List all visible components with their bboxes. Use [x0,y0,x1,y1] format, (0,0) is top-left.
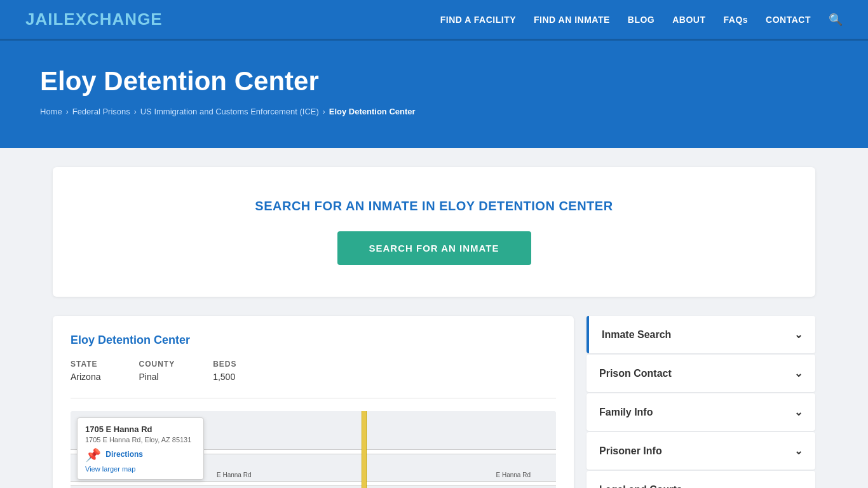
beds-info: BEDS 1,500 [213,360,236,383]
divider [71,398,556,398]
hero-section: Eloy Detention Center Home › Federal Pri… [0,41,868,148]
sidebar-item-prisoner-info[interactable]: Prisoner Info ⌄ [587,432,815,470]
logo: JAILEXCHANGE [25,10,163,29]
breadcrumb-sep-3: › [323,107,325,116]
page-title: Eloy Detention Center [40,66,828,97]
main-nav: FIND A FACILITY FIND AN INMATE BLOG ABOU… [440,13,843,27]
county-value: Pinal [139,372,158,382]
map-container: E Hanna Rd E Hanna Rd 87 1705 E Hanna Rd… [71,411,556,488]
directions-link[interactable]: Directions [105,450,143,459]
county-info: COUNTY Pinal [139,360,175,383]
nav-find-facility[interactable]: FIND A FACILITY [440,15,516,25]
search-inmate-button[interactable]: SEARCH FOR AN INMATE [337,231,531,265]
chevron-down-icon-family-info: ⌄ [794,406,803,418]
breadcrumb-current: Eloy Detention Center [329,107,416,116]
chevron-down-icon-legal-courts: ⌄ [794,484,803,488]
sidebar-label-family-info: Family Info [599,407,653,418]
sidebar-item-legal-courts-header[interactable]: Legal and Courts ⌄ [587,471,815,488]
facility-name: Eloy Detention Center [71,334,556,347]
sidebar-label-prison-contact: Prison Contact [599,368,672,379]
sidebar-item-family-info[interactable]: Family Info ⌄ [587,393,815,431]
breadcrumb-federal-prisons[interactable]: Federal Prisons [72,107,130,116]
breadcrumb-ice[interactable]: US Immigration and Customs Enforcement (… [140,107,319,116]
breadcrumb-sep-2: › [134,107,137,116]
inmate-search-box: SEARCH FOR AN INMATE IN ELOY DETENTION C… [53,167,815,297]
main-content: SEARCH FOR AN INMATE IN ELOY DETENTION C… [40,148,828,488]
breadcrumb-sep-1: › [66,107,69,116]
nav-find-inmate[interactable]: FIND AN INMATE [534,15,610,25]
popup-address-sub: 1705 E Hanna Rd, Eloy, AZ 85131 [85,436,196,444]
facility-info-grid: STATE Arizona COUNTY Pinal BEDS 1,500 [71,360,556,383]
nav-faqs[interactable]: FAQs [724,15,749,25]
nav-about[interactable]: ABOUT [672,15,705,25]
chevron-down-icon-prisoner-info: ⌄ [794,445,803,457]
two-column-layout: Eloy Detention Center STATE Arizona COUN… [53,316,815,488]
county-label: COUNTY [139,360,175,369]
breadcrumb: Home › Federal Prisons › US Immigration … [40,107,828,116]
road-label-right: E Hanna Rd [496,471,531,478]
sidebar-item-legal-courts[interactable]: Legal and Courts ⌄ [587,471,815,488]
search-heading: SEARCH FOR AN INMATE IN ELOY DETENTION C… [72,199,796,214]
view-larger-map-link[interactable]: View larger map [85,465,196,473]
nav-blog[interactable]: BLOG [628,15,654,25]
sidebar-item-inmate-search[interactable]: Inmate Search ⌄ [587,316,815,353]
sidebar-item-inmate-search-header[interactable]: Inmate Search ⌄ [589,316,815,353]
popup-address-title: 1705 E Hanna Rd [85,424,196,434]
road-label-left: E Hanna Rd [217,471,251,478]
header: JAILEXCHANGE FIND A FACILITY FIND AN INM… [0,0,868,41]
sidebar-item-prison-contact[interactable]: Prison Contact ⌄ [587,355,815,392]
sidebar-item-prisoner-info-header[interactable]: Prisoner Info ⌄ [587,432,815,470]
search-icon-button[interactable]: 🔍 [829,13,843,27]
sidebar-label-legal-courts: Legal and Courts [599,484,682,489]
sidebar-item-prison-contact-header[interactable]: Prison Contact ⌄ [587,355,815,392]
sidebar: Inmate Search ⌄ Prison Contact ⌄ Family … [587,316,815,488]
road-horizontal-2 [71,481,556,486]
state-label: STATE [71,360,100,369]
map-popup: 1705 E Hanna Rd 1705 E Hanna Rd, Eloy, A… [77,417,204,480]
sidebar-item-family-info-header[interactable]: Family Info ⌄ [587,393,815,431]
sidebar-label-prisoner-info: Prisoner Info [599,445,662,457]
beds-value: 1,500 [213,372,235,382]
map-pin-icon: 📌 [85,447,101,463]
beds-label: BEDS [213,360,236,369]
state-value: Arizona [71,372,100,382]
sidebar-label-inmate-search: Inmate Search [602,329,671,341]
chevron-down-icon-prison-contact: ⌄ [794,367,803,379]
facility-card: Eloy Detention Center STATE Arizona COUN… [53,316,574,488]
nav-contact[interactable]: CONTACT [766,15,811,25]
state-info: STATE Arizona [71,360,100,383]
road-vertical-1 [362,411,367,488]
chevron-down-icon-inmate-search: ⌄ [794,329,803,341]
breadcrumb-home[interactable]: Home [40,107,62,116]
